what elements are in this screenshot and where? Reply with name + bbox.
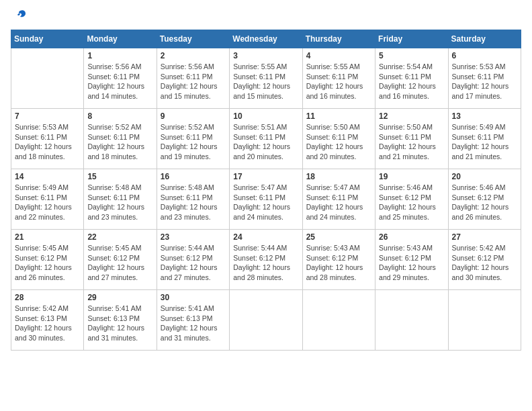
day-number: 25 <box>306 232 371 242</box>
day-info: Sunrise: 5:51 AM Sunset: 6:11 PM Dayligh… <box>233 122 298 162</box>
calendar-cell: 6Sunrise: 5:53 AM Sunset: 6:11 PM Daylig… <box>448 48 521 109</box>
calendar-cell: 1Sunrise: 5:56 AM Sunset: 6:11 PM Daylig… <box>84 48 157 109</box>
calendar-cell: 12Sunrise: 5:50 AM Sunset: 6:11 PM Dayli… <box>375 109 448 169</box>
day-info: Sunrise: 5:55 AM Sunset: 6:11 PM Dayligh… <box>306 62 371 101</box>
day-info: Sunrise: 5:55 AM Sunset: 6:11 PM Dayligh… <box>233 62 298 101</box>
day-info: Sunrise: 5:48 AM Sunset: 6:11 PM Dayligh… <box>161 183 226 222</box>
day-info: Sunrise: 5:52 AM Sunset: 6:11 PM Dayligh… <box>161 122 226 162</box>
calendar-cell: 28Sunrise: 5:42 AM Sunset: 6:13 PM Dayli… <box>11 290 84 351</box>
week-row-2: 7Sunrise: 5:53 AM Sunset: 6:11 PM Daylig… <box>11 109 521 169</box>
calendar-cell: 23Sunrise: 5:44 AM Sunset: 6:12 PM Dayli… <box>157 230 229 290</box>
calendar-cell: 4Sunrise: 5:55 AM Sunset: 6:11 PM Daylig… <box>302 48 375 109</box>
day-info: Sunrise: 5:46 AM Sunset: 6:12 PM Dayligh… <box>379 183 444 222</box>
day-number: 6 <box>452 51 517 60</box>
calendar-cell: 29Sunrise: 5:41 AM Sunset: 6:13 PM Dayli… <box>84 290 157 351</box>
calendar-cell: 9Sunrise: 5:52 AM Sunset: 6:11 PM Daylig… <box>157 109 229 169</box>
calendar-cell: 19Sunrise: 5:46 AM Sunset: 6:12 PM Dayli… <box>375 169 448 230</box>
col-header-sunday: Sunday <box>11 30 84 48</box>
day-info: Sunrise: 5:44 AM Sunset: 6:12 PM Dayligh… <box>161 243 226 283</box>
day-info: Sunrise: 5:50 AM Sunset: 6:11 PM Dayligh… <box>306 122 371 162</box>
day-number: 28 <box>15 293 80 302</box>
day-info: Sunrise: 5:53 AM Sunset: 6:11 PM Dayligh… <box>452 62 517 101</box>
day-number: 8 <box>87 111 152 121</box>
calendar-cell: 22Sunrise: 5:45 AM Sunset: 6:12 PM Dayli… <box>84 230 157 290</box>
day-info: Sunrise: 5:41 AM Sunset: 6:13 PM Dayligh… <box>87 304 152 343</box>
page-container: SundayMondayTuesdayWednesdayThursdayFrid… <box>11 11 521 351</box>
calendar-cell: 14Sunrise: 5:49 AM Sunset: 6:11 PM Dayli… <box>11 169 84 230</box>
day-number: 14 <box>15 172 80 181</box>
week-row-4: 21Sunrise: 5:45 AM Sunset: 6:12 PM Dayli… <box>11 230 521 290</box>
col-header-saturday: Saturday <box>448 30 521 48</box>
day-info: Sunrise: 5:45 AM Sunset: 6:12 PM Dayligh… <box>87 243 152 283</box>
day-info: Sunrise: 5:45 AM Sunset: 6:12 PM Dayligh… <box>15 243 80 283</box>
calendar-cell: 7Sunrise: 5:53 AM Sunset: 6:11 PM Daylig… <box>11 109 84 169</box>
day-number: 20 <box>452 172 517 181</box>
calendar-cell <box>302 290 375 351</box>
calendar-cell <box>11 48 84 109</box>
day-number: 18 <box>306 172 371 181</box>
day-info: Sunrise: 5:47 AM Sunset: 6:11 PM Dayligh… <box>306 183 371 222</box>
day-number: 13 <box>452 111 517 121</box>
week-row-5: 28Sunrise: 5:42 AM Sunset: 6:13 PM Dayli… <box>11 290 521 351</box>
day-number: 30 <box>161 293 226 302</box>
day-info: Sunrise: 5:43 AM Sunset: 6:12 PM Dayligh… <box>379 243 444 283</box>
day-info: Sunrise: 5:49 AM Sunset: 6:11 PM Dayligh… <box>452 122 517 162</box>
day-info: Sunrise: 5:53 AM Sunset: 6:11 PM Dayligh… <box>15 122 80 162</box>
col-header-friday: Friday <box>375 30 448 48</box>
day-info: Sunrise: 5:52 AM Sunset: 6:11 PM Dayligh… <box>87 122 152 162</box>
calendar-cell: 18Sunrise: 5:47 AM Sunset: 6:11 PM Dayli… <box>302 169 375 230</box>
day-info: Sunrise: 5:43 AM Sunset: 6:12 PM Dayligh… <box>306 243 371 283</box>
day-info: Sunrise: 5:42 AM Sunset: 6:13 PM Dayligh… <box>15 304 80 343</box>
calendar-cell: 2Sunrise: 5:56 AM Sunset: 6:11 PM Daylig… <box>157 48 229 109</box>
col-header-thursday: Thursday <box>302 30 375 48</box>
day-number: 22 <box>87 232 152 242</box>
calendar-cell: 25Sunrise: 5:43 AM Sunset: 6:12 PM Dayli… <box>302 230 375 290</box>
calendar-cell: 8Sunrise: 5:52 AM Sunset: 6:11 PM Daylig… <box>84 109 157 169</box>
day-number: 12 <box>379 111 444 121</box>
day-number: 15 <box>87 172 152 181</box>
logo <box>11 11 27 23</box>
col-header-monday: Monday <box>84 30 157 48</box>
day-number: 3 <box>233 51 298 60</box>
day-info: Sunrise: 5:49 AM Sunset: 6:11 PM Dayligh… <box>15 183 80 222</box>
week-row-1: 1Sunrise: 5:56 AM Sunset: 6:11 PM Daylig… <box>11 48 521 109</box>
day-number: 19 <box>379 172 444 181</box>
day-info: Sunrise: 5:46 AM Sunset: 6:12 PM Dayligh… <box>452 183 517 222</box>
calendar-table: SundayMondayTuesdayWednesdayThursdayFrid… <box>11 30 521 351</box>
day-number: 21 <box>15 232 80 242</box>
calendar-cell: 15Sunrise: 5:48 AM Sunset: 6:11 PM Dayli… <box>84 169 157 230</box>
day-number: 5 <box>379 51 444 60</box>
week-row-3: 14Sunrise: 5:49 AM Sunset: 6:11 PM Dayli… <box>11 169 521 230</box>
col-header-wednesday: Wednesday <box>230 30 302 48</box>
day-info: Sunrise: 5:54 AM Sunset: 6:11 PM Dayligh… <box>379 62 444 101</box>
calendar-cell: 26Sunrise: 5:43 AM Sunset: 6:12 PM Dayli… <box>375 230 448 290</box>
calendar-cell: 24Sunrise: 5:44 AM Sunset: 6:12 PM Dayli… <box>230 230 302 290</box>
header <box>11 11 521 23</box>
day-info: Sunrise: 5:56 AM Sunset: 6:11 PM Dayligh… <box>161 62 226 101</box>
day-number: 1 <box>87 51 152 60</box>
day-number: 9 <box>161 111 226 121</box>
day-number: 16 <box>161 172 226 181</box>
calendar-cell <box>230 290 302 351</box>
calendar-cell: 17Sunrise: 5:47 AM Sunset: 6:11 PM Dayli… <box>230 169 302 230</box>
logo-bird-icon <box>12 8 27 23</box>
col-header-tuesday: Tuesday <box>157 30 229 48</box>
day-number: 26 <box>379 232 444 242</box>
calendar-cell: 13Sunrise: 5:49 AM Sunset: 6:11 PM Dayli… <box>448 109 521 169</box>
calendar-cell: 21Sunrise: 5:45 AM Sunset: 6:12 PM Dayli… <box>11 230 84 290</box>
day-number: 4 <box>306 51 371 60</box>
calendar-cell <box>375 290 448 351</box>
day-info: Sunrise: 5:42 AM Sunset: 6:12 PM Dayligh… <box>452 243 517 283</box>
calendar-header-row: SundayMondayTuesdayWednesdayThursdayFrid… <box>11 30 521 48</box>
day-number: 11 <box>306 111 371 121</box>
calendar-cell: 27Sunrise: 5:42 AM Sunset: 6:12 PM Dayli… <box>448 230 521 290</box>
day-number: 10 <box>233 111 298 121</box>
day-number: 7 <box>15 111 80 121</box>
day-number: 29 <box>87 293 152 302</box>
day-number: 27 <box>452 232 517 242</box>
calendar-cell: 11Sunrise: 5:50 AM Sunset: 6:11 PM Dayli… <box>302 109 375 169</box>
calendar-cell: 20Sunrise: 5:46 AM Sunset: 6:12 PM Dayli… <box>448 169 521 230</box>
day-info: Sunrise: 5:48 AM Sunset: 6:11 PM Dayligh… <box>87 183 152 222</box>
calendar-cell: 10Sunrise: 5:51 AM Sunset: 6:11 PM Dayli… <box>230 109 302 169</box>
day-info: Sunrise: 5:50 AM Sunset: 6:11 PM Dayligh… <box>379 122 444 162</box>
